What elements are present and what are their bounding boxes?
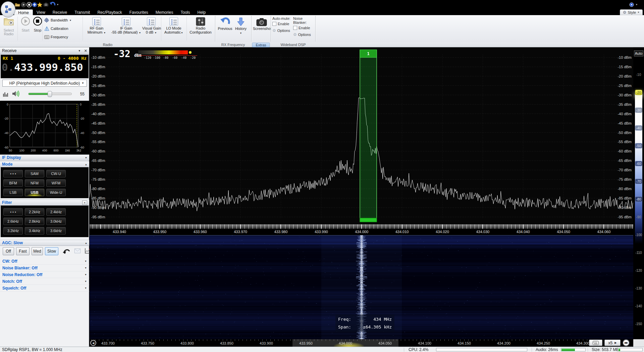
palette-handle--20[interactable]: -20 <box>635 90 642 95</box>
screenshot-button[interactable]: Screenshot <box>253 16 270 31</box>
lo-mode-button[interactable]: LO Mode Automatic▼ <box>162 16 185 35</box>
rf-gain-button[interactable]: RF Gain Minimum ▼ <box>83 16 110 35</box>
mode-button-usb[interactable]: USB <box>25 189 44 196</box>
filter-button-3-0khz[interactable]: 3.0kHz <box>46 218 66 225</box>
volume-slider[interactable] <box>28 93 72 95</box>
agc-button-slow[interactable]: Slow <box>45 247 58 255</box>
camera-icon[interactable] <box>43 2 49 7</box>
favourite-star-icon[interactable] <box>37 2 43 7</box>
stop-button[interactable]: Stop <box>30 16 45 32</box>
quick-access-caret-icon[interactable]: ▼ <box>56 2 59 7</box>
fast-forward-button[interactable]: ▶▶ <box>623 339 630 346</box>
volume-equalizer-icon[interactable] <box>3 91 9 97</box>
dsp-row-notch[interactable]: Notch: Off▼ <box>0 278 89 285</box>
tab-rec-playback[interactable]: Rec/Playback <box>94 9 125 15</box>
zoom-button[interactable]: x5 ▶ <box>604 340 621 346</box>
agc-button-off[interactable]: Off <box>3 247 14 255</box>
titlebar-help-icon[interactable] <box>629 2 634 7</box>
noise-blanker-options-button[interactable]: ⚙Options <box>293 31 315 38</box>
agc-undo-icon[interactable] <box>62 248 70 254</box>
style-button[interactable]: ⚙ Style ▼ <box>620 9 643 15</box>
auto-mute-options-button[interactable]: ⚙Options <box>272 27 292 34</box>
titlebar-caret-icon[interactable]: ▼ <box>635 2 638 7</box>
tab-tools[interactable]: Tools <box>177 9 194 15</box>
palette-handle--80[interactable]: -80 <box>635 196 642 202</box>
mode-button-lsb[interactable]: LSB <box>3 189 23 196</box>
if-display-header[interactable]: IF Display <box>2 155 21 160</box>
filter-button-3-4khz[interactable]: 3.4kHz <box>25 227 44 234</box>
tab-receive[interactable]: Receive <box>49 9 71 15</box>
chevron-up-icon[interactable]: ▲ <box>85 242 87 244</box>
dsp-row-noise-blanker[interactable]: Noise Blanker: Off▼ <box>0 265 89 271</box>
radio-configuration-button[interactable]: Radio Configuration <box>187 16 214 34</box>
mode-button-nfm[interactable]: NFM <box>25 179 44 187</box>
select-radio-button[interactable]: Select Radio <box>1 16 16 36</box>
history-button[interactable]: History ▼ <box>233 16 248 35</box>
chevron-up-icon[interactable]: ▲ <box>85 163 87 166</box>
agc-button-fast[interactable]: Fast <box>16 247 30 255</box>
dsp-row-squelch[interactable]: Squelch: Off▼ <box>0 285 89 292</box>
noise-blanker-enable-checkbox[interactable] <box>293 26 297 30</box>
speaker-icon[interactable] <box>12 90 19 97</box>
filter-button-2-6khz[interactable]: 2.6kHz <box>3 218 23 225</box>
tab-home[interactable]: Home <box>14 9 33 15</box>
agc-button-med[interactable]: Med <box>32 247 43 255</box>
mode-header[interactable]: Mode <box>2 162 12 167</box>
palette-handle--50[interactable]: -50 <box>635 143 642 148</box>
close-icon[interactable]: ✕ <box>84 49 87 53</box>
filter-collapse-button[interactable]: ▲ <box>82 201 87 205</box>
frequency-button[interactable]: Frequency <box>44 33 81 41</box>
envelope-icon[interactable] <box>74 249 80 253</box>
tab-memories[interactable]: Memories <box>152 9 177 15</box>
tab-view[interactable]: View <box>33 9 49 15</box>
visual-gain-button[interactable]: Visual Gain 0 dB ▼ <box>142 16 160 35</box>
panel-collapse-icon[interactable]: ▼ <box>78 49 81 52</box>
spectrum-display[interactable]: -10 dBm-10 dBm-15 dBm-15 dBm-20 dBm-20 d… <box>90 47 633 224</box>
filter-button-2-2khz[interactable]: 2.2kHz <box>25 208 44 216</box>
calibration-button[interactable]: Calibration <box>44 25 81 32</box>
volume-slider-handle[interactable] <box>48 91 52 97</box>
add-icon[interactable] <box>32 2 37 7</box>
dsp-row-noise-reduction[interactable]: Noise Reduction: Off▼ <box>0 271 89 278</box>
tab-help[interactable]: Help <box>194 9 210 15</box>
mode-button-bfm[interactable]: BFM <box>3 179 23 187</box>
dsp-row-cw[interactable]: CW: Off▼ <box>0 258 89 265</box>
filter-button-2-8khz[interactable]: 2.8kHz <box>25 218 44 225</box>
auto-range-button[interactable]: Auto <box>634 50 643 56</box>
tab-favourites[interactable]: Favourites <box>126 9 152 15</box>
spectrum-frequency-axis[interactable]: 433.940433.950433.960433.970433.980433.9… <box>90 224 633 235</box>
if-gain-button[interactable]: IF Gain -55 dB (Manual) ▼ <box>110 16 142 35</box>
palette-handle--60[interactable]: -60 <box>635 161 642 166</box>
palette-handle--30[interactable]: -30 <box>635 107 642 113</box>
open-folder-icon[interactable] <box>14 2 20 7</box>
band-navigation-bar[interactable]: 433.700433.750433.800433.850433.900433.9… <box>90 339 633 347</box>
audio-spectrum-graph[interactable]: 00-20-20-40-40-60-60501002004008001k63k2 <box>0 101 89 155</box>
bandwidth-button[interactable]: Bandwidth ▼ <box>44 16 81 24</box>
nav-left-button[interactable]: ◀ <box>90 340 96 346</box>
filter-button-3-6khz[interactable]: 3.6kHz <box>46 227 66 234</box>
auto-mute-enable-checkbox[interactable] <box>272 22 276 26</box>
filter-button-2-4khz[interactable]: 2.4kHz <box>46 208 66 216</box>
mode-button--[interactable]: • • • <box>3 170 23 177</box>
frequency-display[interactable]: RX 1 0 - 4000 Hz 0.433.999.850 <box>1 55 89 78</box>
zoom-level: x5 <box>608 341 613 345</box>
tab-transmit[interactable]: Transmit <box>71 9 94 15</box>
chevron-down-icon[interactable]: ▼ <box>85 157 87 159</box>
mode-button-sam[interactable]: SAM <box>25 170 44 177</box>
filter-button-3-2khz[interactable]: 3.2kHz <box>3 227 23 234</box>
audio-device-select[interactable]: HP (Périphérique High Definition Audio) … <box>2 80 87 87</box>
undo-icon[interactable] <box>49 2 56 7</box>
keyboard-entry-button[interactable] <box>589 340 602 346</box>
play-icon[interactable] <box>20 2 26 7</box>
app-menu-button[interactable] <box>1 1 15 17</box>
mode-button-wfm[interactable]: WFM <box>46 179 66 187</box>
filter-header[interactable]: Filter <box>2 200 12 205</box>
previous-button[interactable]: Previous <box>217 16 233 31</box>
filter-button--[interactable]: • • • <box>3 208 23 216</box>
mode-button-cw-u[interactable]: CW-U <box>46 170 66 177</box>
agc-header[interactable]: AGC: Slow <box>2 240 23 245</box>
mode-button-wide-u[interactable]: Wide-U <box>46 189 66 196</box>
stop-icon[interactable] <box>26 2 32 7</box>
palette-handle--70[interactable]: -70 <box>635 179 642 184</box>
palette-handle--40[interactable]: -40 <box>635 125 642 131</box>
